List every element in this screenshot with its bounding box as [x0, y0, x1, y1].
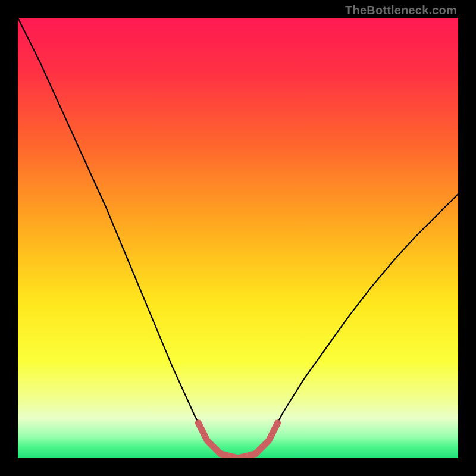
plot-area [18, 18, 458, 458]
bottleneck-curve [18, 18, 458, 458]
watermark-text: TheBottleneck.com [345, 4, 457, 17]
bottleneck-chart: TheBottleneck.com [0, 0, 476, 476]
